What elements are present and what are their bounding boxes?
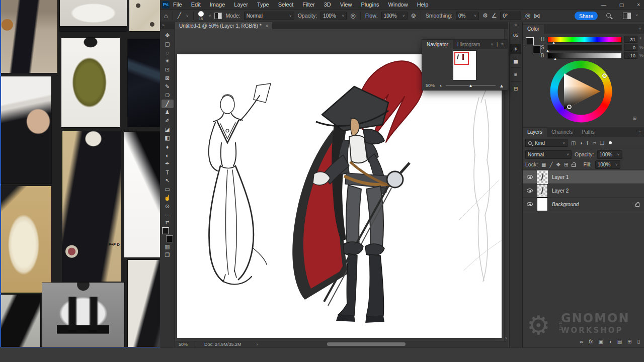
menu-window[interactable]: Window bbox=[388, 2, 408, 8]
close-tab-icon[interactable]: × bbox=[266, 23, 269, 29]
fill-dropdown[interactable]: 100% ˅ bbox=[595, 160, 620, 169]
filter-toggle-icon[interactable] bbox=[609, 141, 612, 144]
brush-angle-field[interactable]: 0° bbox=[500, 12, 521, 20]
more-tools[interactable]: ⋯ bbox=[162, 211, 174, 219]
eyedropper-tool[interactable]: ✎ bbox=[162, 82, 174, 91]
tab-paths[interactable]: Paths bbox=[577, 128, 599, 137]
moodboard-photo-olive-vest[interactable] bbox=[61, 38, 120, 127]
expand-wheel-icon[interactable]: ⊞ bbox=[632, 116, 636, 121]
lock-paint-icon[interactable]: ╱ bbox=[550, 162, 553, 167]
hue-value[interactable]: 31 bbox=[624, 36, 637, 43]
expand-panels-icon[interactable]: « bbox=[514, 22, 517, 29]
path-selection-tool[interactable]: ↖ bbox=[162, 176, 174, 185]
brush-tool[interactable]: ╱ bbox=[162, 100, 174, 108]
moodboard-photo-chiffon[interactable] bbox=[1, 186, 51, 293]
navigator-zoom-value[interactable]: 50% bbox=[422, 83, 439, 88]
panel-menu-icon[interactable]: ≡ bbox=[638, 129, 641, 135]
tab-layers[interactable]: Layers bbox=[523, 128, 547, 137]
lasso-tool[interactable]: ◌ bbox=[162, 48, 174, 57]
flow-dropdown[interactable]: 100% ˅ bbox=[381, 12, 408, 20]
maximize-button[interactable]: ▢ bbox=[619, 2, 624, 8]
layer-thumbnail[interactable] bbox=[537, 171, 547, 184]
menu-select[interactable]: Select bbox=[278, 2, 294, 8]
toggle-brush-panel-icon[interactable] bbox=[214, 13, 222, 19]
minimize-button[interactable]: — bbox=[601, 2, 606, 8]
airbrush-icon[interactable]: ⊚ bbox=[411, 13, 416, 19]
pen-tool[interactable]: ✒ bbox=[162, 159, 174, 168]
search-icon[interactable] bbox=[606, 13, 611, 18]
foreground-background-swatches[interactable] bbox=[162, 227, 173, 242]
canvas[interactable] bbox=[177, 54, 502, 338]
zoom-tool[interactable]: ⊙ bbox=[162, 202, 174, 211]
foreground-color-swatch[interactable] bbox=[526, 37, 534, 45]
saturation-slider[interactable] bbox=[548, 45, 621, 50]
gradient-tool[interactable]: ◧ bbox=[162, 134, 174, 142]
scroll-down-icon[interactable]: ˅ bbox=[505, 336, 507, 340]
reference-moodboard[interactable]: F+F D bbox=[0, 0, 160, 362]
menu-layer[interactable]: Layer bbox=[234, 2, 248, 8]
adjustment-layer-icon[interactable]: ◑ bbox=[609, 339, 612, 344]
moodboard-photo-black-dress[interactable]: F+F D bbox=[62, 131, 121, 282]
pressure-size-icon[interactable]: ◎ bbox=[525, 13, 530, 19]
filter-adjustment-layers-icon[interactable]: ◑ bbox=[579, 140, 582, 146]
tab-navigator[interactable]: Navigator bbox=[422, 40, 453, 49]
brightness-slider[interactable] bbox=[548, 53, 621, 58]
blur-tool[interactable]: ♦ bbox=[162, 142, 174, 151]
moodboard-photo-pants[interactable] bbox=[1, 76, 51, 184]
layer-visibility-icon[interactable] bbox=[527, 189, 533, 193]
navigator-thumbnail[interactable] bbox=[453, 51, 476, 80]
moodboard-photo-coat[interactable] bbox=[1, 0, 57, 73]
menu-plugins[interactable]: Plugins bbox=[361, 2, 379, 8]
moodboard-photo-lace[interactable] bbox=[129, 0, 161, 31]
frame-tool[interactable]: ⊠ bbox=[162, 74, 174, 82]
eraser-tool[interactable]: ◪ bbox=[162, 125, 174, 134]
zoom-slider[interactable]: ▲ bbox=[446, 85, 496, 86]
moodboard-photo-boots[interactable] bbox=[1, 295, 40, 347]
dodge-tool[interactable]: ◐ bbox=[162, 151, 174, 159]
home-icon[interactable]: ⌂ bbox=[164, 13, 168, 19]
collapse-toolbar-icon[interactable]: » bbox=[162, 23, 165, 28]
kind-filter-dropdown[interactable]: Kind ˅ bbox=[525, 139, 568, 147]
quick-mask-button[interactable]: ▥ bbox=[162, 242, 174, 251]
hue-slider[interactable] bbox=[548, 37, 621, 42]
moodboard-photo-lace-sleeve[interactable] bbox=[128, 260, 161, 347]
pressure-opacity-icon[interactable]: ◎ bbox=[350, 13, 355, 19]
zoom-slider-thumb[interactable]: ▲ bbox=[469, 83, 473, 88]
foreground-color-swatch[interactable] bbox=[162, 227, 169, 234]
layer-style-icon[interactable]: fx bbox=[589, 339, 593, 344]
clone-stamp-tool[interactable]: ♟ bbox=[162, 108, 174, 117]
healing-brush-tool[interactable]: ❍ bbox=[162, 91, 174, 100]
triangle-selector[interactable] bbox=[567, 105, 572, 109]
menu-view[interactable]: View bbox=[340, 2, 352, 8]
saturation-slider-thumb[interactable]: ▲ bbox=[546, 49, 549, 52]
moodboard-photo-harness[interactable] bbox=[42, 283, 124, 347]
move-tool[interactable]: ✥ bbox=[162, 31, 174, 40]
document-tab[interactable]: Untitled-1 @ 50% (Layer 1, RGB/8) * × bbox=[175, 22, 272, 29]
lock-position-icon[interactable]: ✥ bbox=[556, 162, 560, 167]
background-color-swatch[interactable] bbox=[166, 235, 173, 242]
gear-icon[interactable]: ⚙ bbox=[482, 13, 488, 19]
layer-visibility-icon[interactable] bbox=[527, 175, 533, 179]
layer-row-2[interactable]: Layer 2 bbox=[523, 184, 644, 198]
new-group-icon[interactable]: ▤ bbox=[617, 339, 622, 344]
tab-color[interactable]: Color bbox=[523, 25, 544, 34]
moodboard-photo-blouse[interactable] bbox=[60, 0, 127, 31]
color-triangle[interactable] bbox=[556, 66, 606, 117]
moodboard-photo-white-drape[interactable] bbox=[124, 132, 161, 257]
delete-layer-icon[interactable]: ▯ bbox=[637, 339, 640, 344]
symmetry-icon[interactable]: ⋈ bbox=[534, 13, 540, 19]
type-tool[interactable]: T bbox=[162, 168, 174, 176]
layer-row-1[interactable]: Layer 1 bbox=[523, 170, 644, 184]
layer-visibility-icon[interactable] bbox=[527, 202, 533, 206]
lock-all-icon[interactable] bbox=[572, 164, 576, 167]
hue-ring-selector[interactable] bbox=[602, 73, 607, 78]
screen-mode-button[interactable]: ❐ bbox=[162, 251, 174, 259]
lock-transparency-icon[interactable]: ▦ bbox=[541, 162, 546, 167]
smoothing-dropdown[interactable]: 0% ˅ bbox=[456, 12, 479, 20]
new-layer-icon[interactable]: ⊞ bbox=[627, 339, 631, 344]
moodboard-photo-armor[interactable] bbox=[128, 39, 161, 127]
histogram-panel-icon[interactable]: ▅ bbox=[510, 55, 521, 66]
link-layers-icon[interactable]: ∞ bbox=[580, 339, 583, 344]
horizontal-scrollbar[interactable] bbox=[327, 342, 406, 346]
brush-tool-preset-icon[interactable]: ╱ bbox=[178, 13, 181, 19]
